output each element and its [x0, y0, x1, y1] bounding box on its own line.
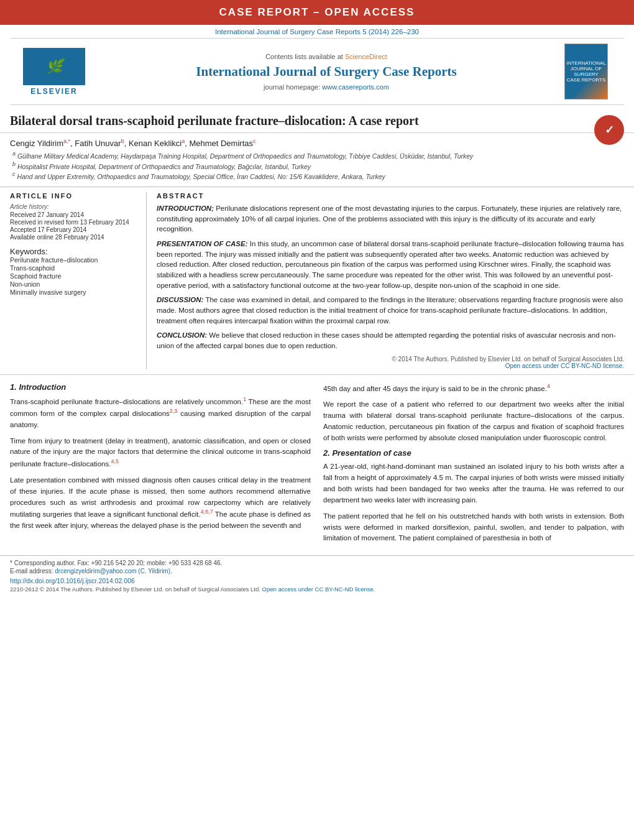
- journal-header: 🌿 ELSEVIER Contents lists available at S…: [10, 38, 624, 105]
- accepted-line: Accepted 17 February 2014: [10, 226, 140, 233]
- journal-title: International Journal of Surgery Case Re…: [101, 64, 552, 80]
- footer-corresponding: * Corresponding author. Fax: +90 216 542…: [10, 560, 624, 566]
- abstract-presentation: PRESENTATION OF CASE: In this study, an …: [157, 239, 624, 290]
- keywords-label: Keywords:: [10, 247, 140, 256]
- received-line: Received 27 January 2014: [10, 211, 140, 218]
- case-report-banner: CASE REPORT – OPEN ACCESS: [0, 0, 634, 25]
- keyword-4: Non-union: [10, 280, 140, 288]
- keyword-3: Scaphoid fracture: [10, 272, 140, 280]
- abstract-col: ABSTRACT INTRODUCTION; Perilunate disloc…: [157, 192, 624, 369]
- section2-title: 2. Presentation of case: [323, 448, 624, 458]
- abstract-heading: ABSTRACT: [157, 192, 624, 200]
- body-para-2: Time from injury to treatment (delay in …: [10, 436, 311, 470]
- article-info-col: ARTICLE INFO Article history: Received 2…: [10, 192, 147, 369]
- sciencedirect-link[interactable]: ScienceDirect: [345, 53, 387, 60]
- abstract-copyright: © 2014 The Authors. Published by Elsevie…: [157, 356, 624, 362]
- abstract-intro: INTRODUCTION; Perilunate dislocations re…: [157, 203, 624, 234]
- homepage-line: journal homepage: www.casereports.com: [101, 83, 552, 91]
- abstract-open-access[interactable]: Open access under CC BY-NC-ND license.: [157, 362, 624, 369]
- keyword-2: Trans-scaphoid: [10, 264, 140, 272]
- body-section2-para-2: The patient reported that he fell on his…: [323, 511, 624, 544]
- journal-info-bar: International Journal of Surgery Case Re…: [0, 25, 634, 38]
- footer-cc-link[interactable]: Open access under CC BY-NC-ND license.: [262, 586, 375, 593]
- affiliation-b: b Hospitalist Private Hospital, Departme…: [10, 161, 624, 170]
- keyword-5: Minimally invasive surgery: [10, 288, 140, 296]
- article-info-abstract: ARTICLE INFO Article history: Received 2…: [0, 187, 634, 374]
- logo-image: 🌿: [23, 48, 85, 85]
- body-para-3: Late presentation combined with missed d…: [10, 475, 311, 532]
- article-title: Bilateral dorsal trans-scaphoid periluna…: [10, 113, 544, 129]
- body-left-col: 1. Introduction Trans-scaphoid perilunat…: [10, 382, 311, 550]
- authors-section: Cengiz Yildirima,*, Fatih Unuvarb, Kenan…: [0, 133, 634, 187]
- history-label: Article history:: [10, 203, 140, 210]
- body-right-para-2: We report the case of a patient who refe…: [323, 399, 624, 443]
- affiliation-c: c Hand and Upper Extremity, Orthopaedics…: [10, 171, 624, 180]
- elsevier-label: ELSEVIER: [30, 87, 77, 96]
- journal-cover: INTERNATIONAL JOURNAL OF SURGERY CASE RE…: [564, 44, 614, 99]
- cover-image: INTERNATIONAL JOURNAL OF SURGERY CASE RE…: [564, 44, 608, 99]
- contents-line: Contents lists available at ScienceDirec…: [101, 53, 552, 60]
- body-right-para-1: 45th day and after 45 days the injury is…: [323, 382, 624, 395]
- article-title-section: ✓ Bilateral dorsal trans-scaphoid perilu…: [0, 105, 634, 133]
- crossmark-badge: ✓: [594, 115, 624, 145]
- section1-title: 1. Introduction: [10, 382, 311, 392]
- journal-center: Contents lists available at ScienceDirec…: [88, 53, 564, 91]
- keywords-block: Keywords: Perilunate fracture–dislocatio…: [10, 247, 140, 296]
- elsevier-logo: 🌿 ELSEVIER: [20, 48, 88, 96]
- article-info-heading: ARTICLE INFO: [10, 192, 140, 200]
- footer-email: E-mail address: drcengizyeldirim@yahoo.c…: [10, 568, 624, 575]
- body-section2-para-1: A 21-year-old, right-hand-dominant man s…: [323, 461, 624, 505]
- footer-email-address[interactable]: drcengizyeldirim@yahoo.com (C. Yildirim)…: [55, 568, 172, 575]
- article-footer: * Corresponding author. Fax: +90 216 542…: [0, 555, 634, 596]
- keyword-1: Perilunate fracture–dislocation: [10, 256, 140, 264]
- affiliation-a: a Gülhane Military Medical Academy, Hayd…: [10, 150, 624, 160]
- body-right-col: 45th day and after 45 days the injury is…: [323, 382, 624, 550]
- footer-copyright: 2210-2612 © 2014 The Authors. Published …: [10, 586, 624, 593]
- available-online-line: Available online 28 February 2014: [10, 234, 140, 241]
- footer-doi[interactable]: http://dx.doi.org/10.1016/j.ijscr.2014.0…: [10, 577, 624, 584]
- abstract-conclusion: CONCLUSION: We believe that closed reduc…: [157, 330, 624, 351]
- article-history: Article history: Received 27 January 201…: [10, 203, 140, 241]
- abstract-block: INTRODUCTION; Perilunate dislocations re…: [157, 203, 624, 369]
- homepage-link[interactable]: www.casereports.com: [322, 83, 389, 91]
- body-para-1: Trans-scaphoid perilunate fracture–dislo…: [10, 395, 311, 431]
- authors-line: Cengiz Yildirima,*, Fatih Unuvarb, Kenan…: [10, 138, 624, 148]
- main-body: 1. Introduction Trans-scaphoid perilunat…: [0, 374, 634, 550]
- abstract-discussion: DISCUSSION: The case was examined in det…: [157, 295, 624, 326]
- received-revised-line: Received in revised form 13 February 201…: [10, 219, 140, 226]
